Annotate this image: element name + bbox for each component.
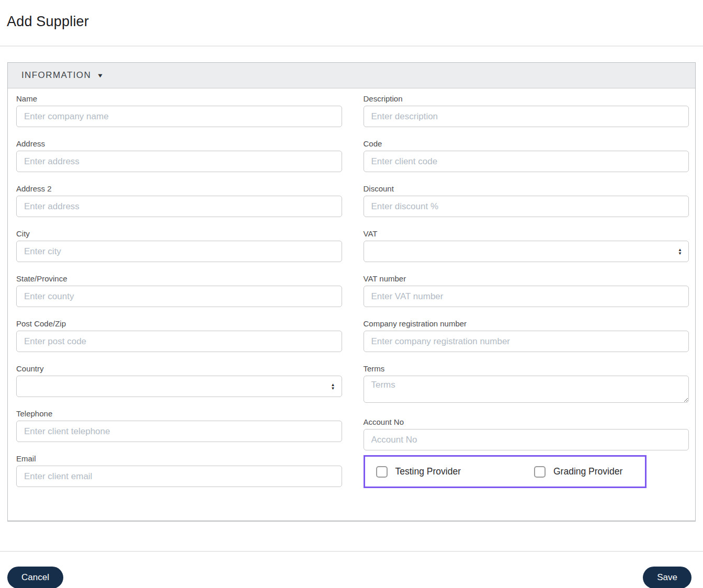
address2-field-row: Address 2 [16, 185, 342, 217]
testing-provider-checkbox[interactable] [376, 466, 388, 478]
code-input[interactable] [364, 151, 689, 172]
right-column: Description Code Discount VAT ▲ [364, 95, 689, 500]
name-input[interactable] [16, 106, 342, 127]
description-input[interactable] [364, 106, 689, 127]
vat-number-label: VAT number [364, 275, 689, 283]
cancel-button[interactable]: Cancel [7, 567, 63, 588]
country-label: Country [16, 365, 342, 373]
vat-number-input[interactable] [364, 286, 689, 307]
provider-options-highlight: Testing Provider Grading Provider [364, 455, 647, 488]
account-no-field-row: Account No [364, 418, 689, 450]
select-spinner-icon: ▲ ▼ [678, 248, 682, 255]
header-divider [0, 46, 703, 47]
company-reg-field-row: Company registration number [364, 320, 689, 352]
spinner-down-icon: ▼ [331, 387, 335, 390]
information-panel: INFORMATION ▼ Name Address Address 2 Ci [7, 62, 696, 522]
section-title: INFORMATION [21, 70, 91, 81]
state-label: State/Province [16, 275, 342, 283]
code-field-row: Code [364, 140, 689, 172]
address-field-row: Address [16, 140, 342, 172]
telephone-label: Telephone [16, 410, 342, 418]
left-column: Name Address Address 2 City State/Provin… [16, 95, 342, 500]
testing-provider-label[interactable]: Testing Provider [395, 466, 461, 477]
city-label: City [16, 230, 342, 238]
discount-field-row: Discount [364, 185, 689, 217]
country-select[interactable]: ▲ ▼ [16, 376, 342, 397]
information-section-header[interactable]: INFORMATION ▼ [8, 63, 695, 88]
vat-select[interactable]: ▲ ▼ [364, 241, 689, 262]
page-title: Add Supplier [7, 13, 703, 30]
telephone-field-row: Telephone [16, 410, 342, 442]
save-button[interactable]: Save [643, 567, 691, 588]
state-field-row: State/Province [16, 275, 342, 307]
vat-number-field-row: VAT number [364, 275, 689, 307]
form-body: Name Address Address 2 City State/Provin… [8, 88, 695, 521]
email-input[interactable] [16, 466, 342, 487]
telephone-input[interactable] [16, 421, 342, 442]
grading-provider-option[interactable]: Grading Provider [534, 466, 622, 478]
state-input[interactable] [16, 286, 342, 307]
terms-textarea[interactable] [364, 376, 689, 403]
code-label: Code [364, 140, 689, 148]
caret-down-icon: ▼ [97, 72, 104, 78]
select-spinner-icon: ▲ ▼ [331, 383, 335, 390]
terms-label: Terms [364, 365, 689, 373]
company-reg-input[interactable] [364, 331, 689, 352]
address-input[interactable] [16, 151, 342, 172]
terms-field-row: Terms [364, 365, 689, 405]
discount-label: Discount [364, 185, 689, 193]
email-label: Email [16, 455, 342, 463]
testing-provider-option[interactable]: Testing Provider [376, 466, 461, 478]
grading-provider-label[interactable]: Grading Provider [553, 466, 622, 477]
address2-input[interactable] [16, 196, 342, 217]
spinner-down-icon: ▼ [678, 252, 682, 255]
account-no-label: Account No [364, 418, 689, 426]
postcode-input[interactable] [16, 331, 342, 352]
city-input[interactable] [16, 241, 342, 262]
postcode-field-row: Post Code/Zip [16, 320, 342, 352]
country-field-row: Country ▲ ▼ [16, 365, 342, 397]
address2-label: Address 2 [16, 185, 342, 193]
discount-input[interactable] [364, 196, 689, 217]
city-field-row: City [16, 230, 342, 262]
vat-label: VAT [364, 230, 689, 238]
description-label: Description [364, 95, 689, 103]
postcode-label: Post Code/Zip [16, 320, 342, 328]
company-reg-label: Company registration number [364, 320, 689, 328]
footer-divider [0, 551, 703, 552]
email-field-row: Email [16, 455, 342, 487]
vat-field-row: VAT ▲ ▼ [364, 230, 689, 262]
name-label: Name [16, 95, 342, 103]
name-field-row: Name [16, 95, 342, 127]
address-label: Address [16, 140, 342, 148]
account-no-input[interactable] [364, 429, 689, 450]
footer-actions: Cancel Save [0, 567, 703, 588]
add-supplier-page: Add Supplier INFORMATION ▼ Name Address … [0, 13, 703, 588]
description-field-row: Description [364, 95, 689, 127]
grading-provider-checkbox[interactable] [534, 466, 546, 478]
